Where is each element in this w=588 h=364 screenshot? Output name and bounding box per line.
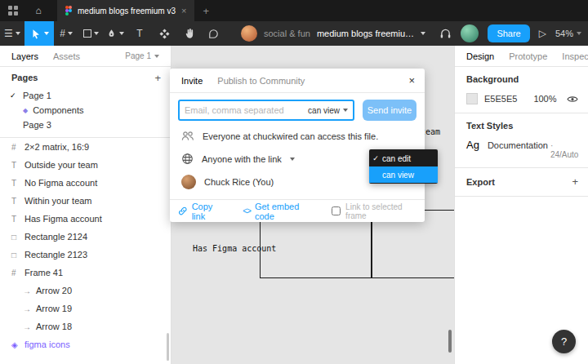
help-button[interactable]: ? — [552, 330, 576, 353]
link-access-text: Anyone with the link — [202, 154, 282, 164]
owner-row: Chuck Rice (You) — [181, 175, 274, 189]
add-export-button[interactable]: + — [572, 175, 578, 188]
frame-tool-button[interactable]: # — [54, 21, 78, 46]
invite-permission-dropdown[interactable]: can view — [308, 106, 348, 115]
text-icon: T — [11, 179, 24, 188]
rectangle-icon: □ — [11, 251, 24, 260]
menu-item-can-edit[interactable]: ✓ can edit — [369, 150, 438, 166]
tab-layers[interactable]: Layers — [11, 51, 38, 61]
layer-row[interactable]: →Arrow 20 — [0, 282, 171, 300]
eye-icon[interactable] — [567, 95, 578, 104]
invite-row: can view Send invite — [178, 100, 416, 121]
file-tab[interactable]: medium blogs freemium v3 × — [57, 0, 194, 21]
layers-panel: Layers Assets Page 1 Pages + ✓ Page 1 ◆ … — [0, 46, 172, 364]
present-icon[interactable]: ▷ — [539, 28, 546, 39]
layer-row[interactable]: TNo Figma account — [0, 174, 171, 192]
close-tab-icon[interactable]: × — [181, 6, 186, 16]
layer-row[interactable]: →Arrow 18 — [0, 317, 171, 335]
shape-tool-button[interactable] — [78, 21, 103, 46]
layer-row[interactable]: □Rectangle 2123 — [0, 246, 171, 264]
comment-icon — [208, 29, 219, 39]
left-panel-scrollbar[interactable] — [167, 333, 169, 361]
app-grid-icon[interactable] — [8, 6, 18, 16]
user-avatar[interactable] — [461, 24, 479, 42]
file-header: social & fun medium blogs freemiu… — [241, 21, 425, 46]
tab-invite[interactable]: Invite — [181, 76, 203, 86]
hand-tool-button[interactable] — [176, 21, 201, 46]
frame-icon: # — [60, 29, 65, 38]
background-opacity[interactable]: 100% — [533, 94, 556, 104]
get-embed-code-button[interactable]: <> Get embed code — [243, 202, 314, 221]
team-avatar[interactable] — [241, 25, 257, 42]
new-tab-button[interactable]: + — [203, 5, 209, 17]
color-swatch[interactable] — [466, 93, 478, 104]
share-modal: Invite Publish to Community × can view S… — [170, 69, 425, 222]
tab-prototype[interactable]: Prototype — [509, 51, 547, 61]
pen-tool-button[interactable] — [103, 21, 127, 46]
copy-link-button[interactable]: Copy link — [178, 202, 225, 221]
layer-row[interactable]: #Frame 41 — [0, 264, 171, 282]
component-icon: ◈ — [11, 340, 24, 349]
layer-row[interactable]: →Arrow 19 — [0, 300, 171, 317]
page-item-page3[interactable]: Page 3 — [0, 118, 171, 132]
check-icon: ✓ — [10, 91, 23, 100]
owner-name: Chuck Rice (You) — [204, 177, 274, 187]
email-input[interactable] — [185, 105, 308, 115]
text-style-item[interactable]: Ag Documentation 24/Auto — [466, 139, 578, 159]
add-page-button[interactable]: + — [154, 72, 161, 84]
layer-row[interactable]: ◈figma icons — [0, 335, 171, 353]
people-icon — [181, 131, 194, 141]
chevron-down-icon — [68, 32, 73, 35]
text-tool-button[interactable]: T — [127, 21, 152, 46]
layer-row[interactable]: #2×2 matrix, 16:9 — [0, 138, 171, 156]
layer-row[interactable]: THas Figma account — [0, 210, 171, 228]
code-icon: <> — [243, 206, 251, 215]
hand-icon — [184, 28, 194, 39]
share-button[interactable]: Share — [488, 24, 529, 42]
window-tab-bar: ⌂ medium blogs freemium v3 × + — [0, 0, 588, 21]
chevron-down-icon — [290, 158, 295, 161]
chevron-down-icon — [16, 32, 20, 35]
hamburger-icon: ☰ — [4, 29, 13, 38]
main-menu-button[interactable]: ☰ — [0, 21, 24, 46]
team-name[interactable]: social & fun — [264, 29, 310, 38]
left-panel-tabs: Layers Assets Page 1 — [0, 46, 171, 67]
owner-avatar — [181, 175, 196, 189]
figma-logo-icon — [65, 6, 72, 16]
link-to-frame-checkbox[interactable] — [332, 206, 341, 215]
layer-row[interactable]: □Rectangle 2124 — [0, 228, 171, 246]
close-icon[interactable]: × — [408, 74, 415, 87]
chevron-down-icon[interactable] — [421, 32, 425, 35]
check-icon: ✓ — [369, 154, 382, 162]
arrow-icon: → — [23, 322, 36, 331]
tab-design[interactable]: Design — [466, 51, 494, 61]
page-item-page1[interactable]: ✓ Page 1 — [0, 88, 171, 103]
menu-item-can-view[interactable]: can view — [369, 166, 438, 183]
frame-icon: # — [11, 269, 24, 277]
zoom-menu[interactable]: 54% — [555, 29, 581, 38]
comment-tool-button[interactable] — [201, 21, 225, 46]
tab-publish-community[interactable]: Publish to Community — [217, 76, 305, 86]
move-tool-button[interactable] — [24, 21, 54, 46]
style-detail: 24/Auto — [550, 141, 578, 159]
home-icon[interactable]: ⌂ — [28, 3, 49, 18]
headphones-icon[interactable] — [439, 28, 452, 39]
rectangle-icon: □ — [11, 233, 24, 242]
arrow-icon: → — [23, 286, 36, 295]
page-item-components[interactable]: ◆ Components — [0, 103, 171, 118]
chevron-down-icon — [343, 109, 348, 112]
layer-row[interactable]: TWithin your team — [0, 192, 171, 210]
send-invite-button[interactable]: Send invite — [363, 100, 416, 121]
page-selector[interactable]: Page 1 — [125, 51, 159, 60]
background-hex[interactable]: E5E5E5 — [484, 94, 517, 104]
style-name: Documentation — [488, 140, 548, 150]
link-access-row[interactable]: Anyone with the link — [181, 153, 295, 165]
components-tool-button[interactable] — [152, 21, 176, 46]
tab-inspect[interactable]: Inspect — [562, 51, 588, 61]
share-modal-tabs: Invite Publish to Community × — [170, 69, 425, 93]
export-section: Export + — [455, 168, 588, 197]
chevron-down-icon — [154, 55, 159, 58]
tab-assets[interactable]: Assets — [53, 51, 80, 61]
layer-row[interactable]: TOutside your team — [0, 156, 171, 174]
canvas-scrollbar[interactable] — [448, 330, 452, 353]
